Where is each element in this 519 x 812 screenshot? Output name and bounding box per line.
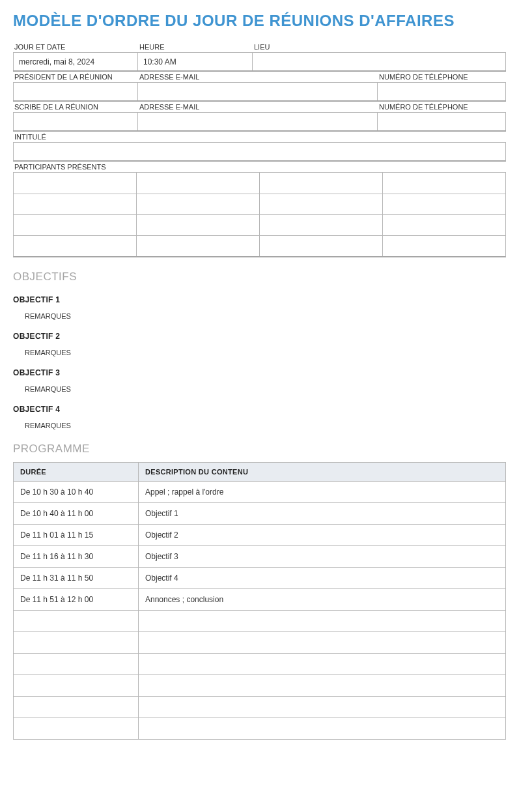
participant-cell[interactable] bbox=[383, 194, 505, 214]
programme-cell-duree[interactable] bbox=[14, 675, 139, 697]
participant-cell[interactable] bbox=[260, 235, 383, 256]
programme-row: De 11 h 31 à 11 h 50Objectif 4 bbox=[14, 568, 506, 589]
programme-cell-desc[interactable]: Appel ; rappel à l'ordre bbox=[139, 482, 506, 503]
programme-cell-desc[interactable]: Annonces ; conclusion bbox=[139, 589, 506, 611]
programme-cell-desc[interactable] bbox=[139, 718, 506, 740]
participant-cell[interactable] bbox=[260, 214, 383, 235]
programme-header-duree: DURÉE bbox=[14, 463, 139, 482]
participant-cell[interactable] bbox=[14, 194, 137, 214]
participant-cell[interactable] bbox=[14, 214, 137, 235]
programme-row: De 10 h 30 à 10 h 40Appel ; rappel à l'o… bbox=[14, 482, 506, 503]
participant-cell[interactable] bbox=[260, 194, 383, 214]
programme-row bbox=[14, 632, 506, 654]
input-intitule[interactable] bbox=[13, 142, 506, 162]
label-place: LIEU bbox=[253, 42, 506, 52]
label-intitule: INTITULÉ bbox=[13, 132, 48, 142]
programme-cell-duree[interactable] bbox=[14, 611, 139, 632]
programme-header-desc: DESCRIPTION DU CONTENU bbox=[139, 463, 506, 482]
programme-cell-desc[interactable] bbox=[139, 697, 506, 718]
programme-row: De 10 h 40 à 11 h 00Objectif 1 bbox=[14, 503, 506, 525]
label-time: HEURE bbox=[138, 42, 253, 52]
input-president-name[interactable] bbox=[13, 82, 138, 100]
programme-cell-duree[interactable] bbox=[14, 654, 139, 675]
programme-cell-desc[interactable] bbox=[139, 654, 506, 675]
programme-row: De 11 h 51 à 12 h 00Annonces ; conclusio… bbox=[14, 589, 506, 611]
programme-cell-desc[interactable]: Objectif 2 bbox=[139, 525, 506, 546]
programme-row bbox=[14, 611, 506, 632]
programme-cell-duree[interactable]: De 10 h 30 à 10 h 40 bbox=[14, 482, 139, 503]
input-scribe-phone[interactable] bbox=[378, 112, 506, 130]
section-programme: PROGRAMME bbox=[13, 442, 506, 456]
label-scribe-email: ADRESSE E-MAIL bbox=[138, 102, 378, 112]
input-president-email[interactable] bbox=[138, 82, 378, 100]
programme-table: DURÉE DESCRIPTION DU CONTENU De 10 h 30 … bbox=[13, 462, 506, 740]
participant-cell[interactable] bbox=[137, 194, 260, 214]
label-daydate: JOUR ET DATE bbox=[13, 42, 138, 52]
programme-row bbox=[14, 654, 506, 675]
programme-cell-duree[interactable]: De 11 h 51 à 12 h 00 bbox=[14, 589, 139, 611]
input-place[interactable] bbox=[253, 52, 506, 70]
participant-cell[interactable] bbox=[383, 214, 505, 235]
page-title: MODÈLE D'ORDRE DU JOUR DE RÉUNIONS D'AFF… bbox=[13, 12, 506, 30]
participant-cell[interactable] bbox=[137, 173, 260, 194]
programme-row bbox=[14, 718, 506, 740]
objectif-4-remark: REMARQUES bbox=[25, 422, 506, 429]
input-time[interactable]: 10:30 AM bbox=[138, 52, 253, 70]
programme-cell-duree[interactable]: De 11 h 01 à 11 h 15 bbox=[14, 525, 139, 546]
programme-row: De 11 h 01 à 11 h 15Objectif 2 bbox=[14, 525, 506, 546]
input-daydate[interactable]: mercredi, mai 8, 2024 bbox=[13, 52, 138, 70]
objectif-1-remark: REMARQUES bbox=[25, 312, 506, 320]
programme-cell-duree[interactable]: De 10 h 40 à 11 h 00 bbox=[14, 503, 139, 525]
participant-cell[interactable] bbox=[383, 173, 505, 194]
programme-cell-duree[interactable] bbox=[14, 632, 139, 654]
programme-row bbox=[14, 697, 506, 718]
input-scribe-email[interactable] bbox=[138, 112, 378, 130]
programme-cell-duree[interactable] bbox=[14, 697, 139, 718]
participant-cell[interactable] bbox=[137, 235, 260, 256]
label-participants: PARTICIPANTS PRÉSENTS bbox=[13, 162, 107, 172]
programme-cell-duree[interactable] bbox=[14, 718, 139, 740]
programme-row bbox=[14, 675, 506, 697]
programme-cell-duree[interactable]: De 11 h 16 à 11 h 30 bbox=[14, 546, 139, 568]
participant-cell[interactable] bbox=[383, 235, 505, 256]
input-president-phone[interactable] bbox=[378, 82, 506, 100]
label-president-email: ADRESSE E-MAIL bbox=[138, 72, 378, 82]
programme-cell-desc[interactable] bbox=[139, 632, 506, 654]
participant-cell[interactable] bbox=[137, 214, 260, 235]
objectif-4-title: OBJECTIF 4 bbox=[13, 405, 506, 414]
programme-cell-desc[interactable]: Objectif 3 bbox=[139, 546, 506, 568]
section-objectifs: OBJECTIFS bbox=[13, 270, 506, 283]
label-scribe: SCRIBE DE LA RÉUNION bbox=[13, 102, 138, 112]
label-president: PRÉSIDENT DE LA RÉUNION bbox=[13, 72, 138, 82]
programme-cell-desc[interactable]: Objectif 4 bbox=[139, 568, 506, 589]
programme-cell-desc[interactable] bbox=[139, 611, 506, 632]
objectif-2-title: OBJECTIF 2 bbox=[13, 332, 506, 341]
input-scribe-name[interactable] bbox=[13, 112, 138, 130]
participants-grid bbox=[13, 172, 506, 257]
programme-cell-duree[interactable]: De 11 h 31 à 11 h 50 bbox=[14, 568, 139, 589]
programme-row: De 11 h 16 à 11 h 30Objectif 3 bbox=[14, 546, 506, 568]
label-president-phone: NUMÉRO DE TÉLÉPHONE bbox=[378, 72, 506, 82]
objectif-3-remark: REMARQUES bbox=[25, 385, 506, 393]
participant-cell[interactable] bbox=[14, 173, 137, 194]
participant-cell[interactable] bbox=[260, 173, 383, 194]
programme-cell-desc[interactable]: Objectif 1 bbox=[139, 503, 506, 525]
participant-cell[interactable] bbox=[14, 235, 137, 256]
programme-cell-desc[interactable] bbox=[139, 675, 506, 697]
objectif-2-remark: REMARQUES bbox=[25, 349, 506, 356]
objectif-3-title: OBJECTIF 3 bbox=[13, 368, 506, 377]
objectif-1-title: OBJECTIF 1 bbox=[13, 295, 506, 304]
label-scribe-phone: NUMÉRO DE TÉLÉPHONE bbox=[378, 102, 506, 112]
